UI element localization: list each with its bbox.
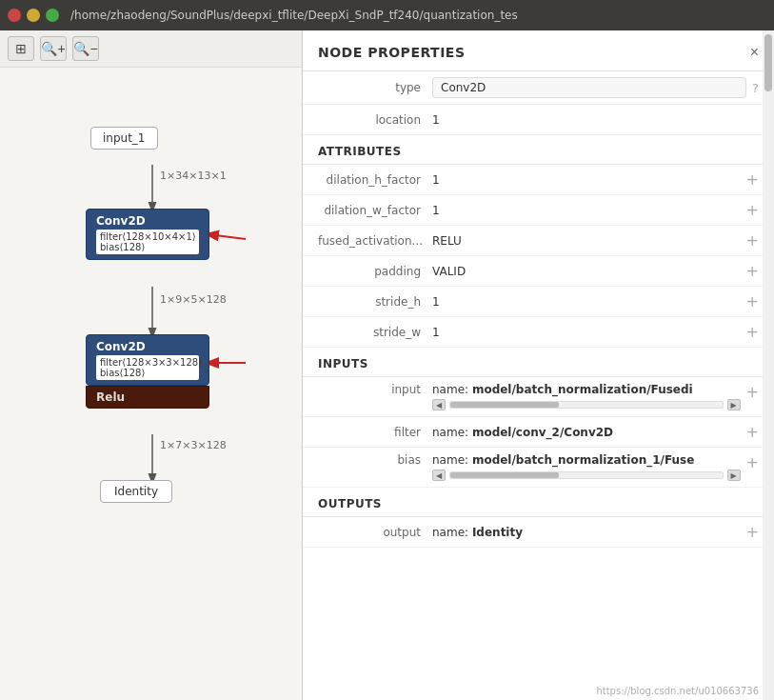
attr-fused-row: fused_activation... RELU + (303, 226, 774, 256)
close-button[interactable] (8, 9, 21, 22)
input-bias-label: bias (318, 453, 432, 467)
edge-label-2: 1×9×5×128 (160, 293, 227, 306)
relu-label: Relu (86, 386, 209, 409)
input-bias-row: bias name: model/batch_normalization_1/F… (303, 448, 774, 488)
attr-stride-h-value: 1 (432, 295, 741, 309)
bias-scroll-track[interactable] (449, 471, 724, 479)
input-filter-value: name: model/conv_2/Conv2D (432, 426, 741, 439)
bias-scroll-left-btn[interactable]: ◀ (432, 470, 446, 481)
attr-fused-label: fused_activation... (318, 234, 432, 248)
attr-padding-plus[interactable]: + (741, 262, 759, 280)
maximize-button[interactable] (46, 9, 59, 22)
input-scroll-bar[interactable]: ◀ ▶ (432, 399, 741, 410)
input-filter-plus[interactable]: + (741, 423, 759, 441)
attr-dilation-w-label: dilation_w_factor (318, 204, 432, 217)
attr-padding-label: padding (318, 265, 432, 278)
type-help[interactable]: ? (752, 81, 759, 95)
bias-scroll-right-btn[interactable]: ▶ (727, 470, 741, 481)
location-label: location (318, 113, 432, 127)
edge-label-3: 1×7×3×128 (160, 439, 227, 451)
attr-dilation-w-plus[interactable]: + (741, 201, 759, 219)
edge-label-1: 1×34×13×1 (160, 170, 227, 182)
input-bias-plus[interactable]: + (741, 453, 759, 471)
type-value[interactable]: Conv2D (432, 77, 746, 98)
grid-button[interactable]: ⊞ (8, 36, 34, 61)
node-identity[interactable]: Identity (100, 480, 172, 503)
zoom-out-icon: 🔍− (73, 41, 97, 56)
attr-fused-value: RELU (432, 234, 741, 248)
input-input-value: name: model/batch_normalization/Fusedi ◀… (432, 383, 741, 410)
zoom-out-button[interactable]: 🔍− (72, 36, 99, 61)
bias-scroll-thumb (450, 472, 559, 478)
main-container: ⊞ 🔍+ 🔍− (0, 30, 774, 700)
attr-stride-h-row: stride_h 1 + (303, 287, 774, 317)
type-label: type (318, 81, 432, 94)
graph-content[interactable]: input_1 1×34×13×1 Conv2D filter⟨128×10×4… (0, 68, 302, 697)
location-row: location 1 (303, 105, 774, 135)
node-input1[interactable]: input_1 (90, 127, 158, 150)
watermark: https://blog.csdn.net/u010663736 (596, 686, 759, 696)
input1-label: input_1 (90, 127, 158, 150)
attr-padding-row: padding VALID + (303, 256, 774, 287)
window-title: /home/zhaodeng/SoundPlus/deepxi_tflite/D… (70, 9, 518, 22)
inputs-section-header: INPUTS (303, 348, 774, 377)
zoom-in-button[interactable]: 🔍+ (40, 36, 67, 61)
attributes-section-header: ATTRIBUTES (303, 135, 774, 165)
attr-dilation-h-label: dilation_h_factor (318, 173, 432, 187)
input-input-row: input name: model/batch_normalization/Fu… (303, 377, 774, 417)
conv2d-2-details: filter⟨128×3×3×128⟩bias⟨128⟩ (96, 355, 199, 380)
output-value: name: Identity (432, 526, 741, 539)
attr-padding-value: VALID (432, 265, 741, 278)
location-value: 1 (432, 113, 759, 127)
scroll-left-btn[interactable]: ◀ (432, 399, 446, 410)
attr-dilation-h-row: dilation_h_factor 1 + (303, 165, 774, 195)
input-bias-value: name: model/batch_normalization_1/Fuse ◀… (432, 453, 741, 481)
conv2d-1-details: filter⟨128×10×4×1⟩bias⟨128⟩ (96, 230, 199, 254)
output-row: output name: Identity + (303, 517, 774, 548)
properties-panel: NODE PROPERTIES × type Conv2D ? location… (303, 30, 774, 700)
svg-line-3 (208, 234, 246, 239)
graph-panel: ⊞ 🔍+ 🔍− (0, 30, 303, 700)
attr-dilation-w-value: 1 (432, 204, 741, 217)
conv2d-1-title: Conv2D (96, 214, 199, 228)
attr-stride-w-row: stride_w 1 + (303, 317, 774, 348)
identity-label: Identity (100, 480, 172, 503)
attr-stride-w-plus[interactable]: + (741, 323, 759, 341)
input-filter-row: filter name: model/conv_2/Conv2D + (303, 417, 774, 448)
type-row: type Conv2D ? (303, 71, 774, 105)
node-conv2d-2[interactable]: Conv2D filter⟨128×3×3×128⟩bias⟨128⟩ Relu (86, 334, 209, 409)
attr-fused-plus[interactable]: + (741, 231, 759, 250)
attr-dilation-h-value: 1 (432, 173, 741, 187)
attr-stride-w-label: stride_w (318, 326, 432, 339)
scroll-right-btn[interactable]: ▶ (727, 399, 741, 410)
attr-stride-h-label: stride_h (318, 295, 432, 309)
toolbar: ⊞ 🔍+ 🔍− (0, 30, 302, 68)
grid-icon: ⊞ (15, 41, 27, 56)
scrollbar-thumb[interactable] (764, 34, 772, 91)
scroll-track[interactable] (449, 401, 724, 409)
input-input-plus[interactable]: + (741, 383, 759, 401)
scrollbar-track[interactable] (763, 30, 774, 700)
props-close-button[interactable]: × (750, 44, 759, 61)
props-panel-title: NODE PROPERTIES (318, 45, 466, 60)
input-filter-label: filter (318, 426, 432, 439)
node-conv2d-1[interactable]: Conv2D filter⟨128×10×4×1⟩bias⟨128⟩ (86, 209, 209, 260)
minimize-button[interactable] (27, 9, 40, 22)
props-header: NODE PROPERTIES × (303, 30, 774, 71)
zoom-in-icon: 🔍+ (41, 41, 65, 56)
output-plus[interactable]: + (741, 523, 759, 541)
attr-dilation-w-row: dilation_w_factor 1 + (303, 195, 774, 226)
attr-stride-w-value: 1 (432, 326, 741, 339)
input-input-label: input (318, 383, 432, 396)
title-bar: /home/zhaodeng/SoundPlus/deepxi_tflite/D… (0, 0, 774, 30)
bias-scroll-bar[interactable]: ◀ ▶ (432, 470, 741, 481)
conv2d-2-title: Conv2D (96, 340, 199, 353)
scroll-thumb (450, 402, 559, 408)
attr-stride-h-plus[interactable]: + (741, 292, 759, 310)
output-label: output (318, 526, 432, 539)
outputs-section-header: OUTPUTS (303, 488, 774, 517)
attr-dilation-h-plus[interactable]: + (741, 170, 759, 189)
